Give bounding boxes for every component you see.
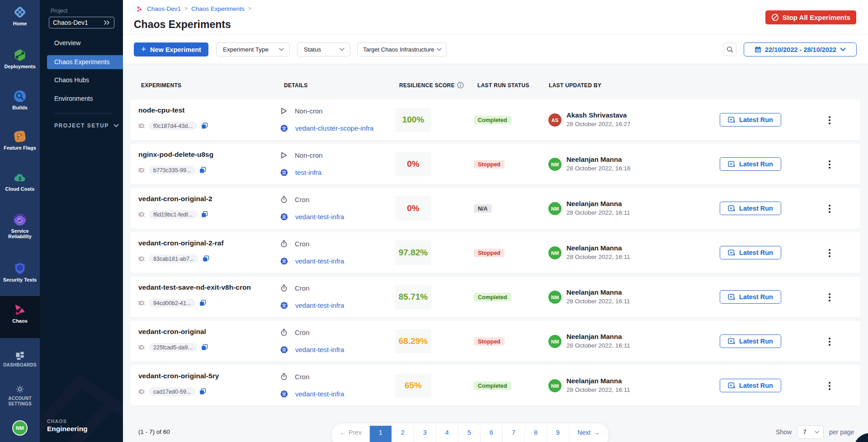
status-filter[interactable]: Status	[297, 42, 350, 56]
page-button-3[interactable]: 3	[414, 426, 436, 442]
latest-run-button[interactable]: Latest Run	[720, 334, 781, 348]
latest-run-button[interactable]: Latest Run	[720, 157, 781, 171]
row-menu-button[interactable]	[826, 336, 834, 348]
page-button-9[interactable]: 9	[547, 426, 569, 442]
sidebar-item-feature-flags[interactable]: Feature Flags	[0, 130, 40, 150]
new-experiment-button[interactable]: + New Experiment	[134, 42, 208, 56]
experiment-type-filter[interactable]: Experiment Type	[216, 42, 290, 56]
resilience-score: 65%	[395, 373, 431, 398]
row-menu-button[interactable]	[826, 203, 834, 215]
breadcrumb-page-link[interactable]: Chaos Experiments	[191, 5, 245, 12]
svg-text:$: $	[19, 176, 21, 181]
latest-run-button[interactable]: Latest Run	[720, 202, 781, 215]
copy-icon	[201, 344, 208, 351]
gear-icon	[15, 384, 25, 394]
copy-id-button[interactable]	[201, 344, 208, 351]
latest-run-button[interactable]: Latest Run	[720, 113, 781, 127]
row-menu-button[interactable]	[826, 247, 834, 259]
toolbar: + New Experiment Experiment Type Status …	[123, 35, 868, 64]
experiment-row[interactable]: vedant-cron-original ID: 225fcad5-da9...	[131, 321, 860, 362]
copy-id-button[interactable]	[199, 388, 206, 395]
page-button-8[interactable]: 8	[525, 426, 547, 442]
search-icon	[726, 46, 733, 53]
avatar: NM	[548, 379, 561, 392]
copy-id-button[interactable]	[201, 211, 208, 218]
infrastructure-link[interactable]: vedant-test-infra	[295, 390, 344, 398]
page-button-1[interactable]: 1	[370, 426, 392, 442]
sidebar-item-security-tests[interactable]: Security Tests	[0, 262, 40, 282]
infrastructure-link[interactable]: vedant-test-infra	[295, 213, 344, 221]
sidebar-item-environments[interactable]: Environments	[40, 92, 123, 106]
next-page-button[interactable]: Next →	[569, 426, 608, 442]
sidebar-item-service-reliability[interactable]: ServiceReliability	[0, 213, 40, 239]
experiment-row[interactable]: node-cpu-test ID: f0c187d4-43d...	[131, 99, 860, 140]
sidebar-item-account-settings[interactable]: ACCOUNTSETTINGS	[0, 384, 40, 407]
resilience-score: 97.82%	[395, 240, 431, 265]
sidebar-item-chaos-hubs[interactable]: Chaos Hubs	[40, 73, 123, 87]
user-avatar[interactable]: NM	[12, 420, 28, 436]
search-button[interactable]	[723, 42, 736, 56]
page-button-2[interactable]: 2	[392, 426, 414, 442]
row-menu-button[interactable]	[826, 380, 834, 392]
sidebar-item-chaos[interactable]: Chaos	[0, 303, 40, 324]
infrastructure-link[interactable]: test-infra	[295, 169, 321, 176]
page-button-5[interactable]: 5	[458, 426, 481, 442]
row-menu-button[interactable]	[826, 114, 834, 126]
resource-center-button[interactable]	[854, 433, 868, 442]
row-menu-button[interactable]	[826, 292, 834, 303]
copy-id-button[interactable]	[201, 122, 208, 129]
experiment-row[interactable]: vedant-cron-original-2-raf ID: 83cab181-…	[131, 232, 860, 273]
experiment-row[interactable]: vedant-cron-original-2 ID: f6d19bc1-fedf…	[131, 188, 860, 229]
sidebar-item-dashboards[interactable]: DASHBOARDS	[0, 351, 40, 368]
sidebar-item-builds[interactable]: Builds	[0, 89, 40, 110]
sidebar-item-chaos-experiments[interactable]: Chaos Experiments	[47, 55, 123, 69]
deployments-icon	[13, 48, 27, 62]
experiment-type: Cron	[280, 329, 310, 336]
page-title: Chaos Experiments	[134, 19, 231, 31]
sidebar-item-label: ACCOUNTSETTINGS	[0, 396, 40, 407]
latest-run-button[interactable]: Latest Run	[720, 290, 781, 304]
project-setup-section[interactable]: PROJECT SETUP	[54, 122, 119, 129]
column-header-resilience-score: RESILIENCE SCORE	[399, 82, 455, 89]
latest-run-button[interactable]: Latest Run	[720, 379, 781, 392]
sidebar-item-label: Builds	[0, 105, 40, 110]
stopwatch-icon	[280, 329, 288, 336]
date-range-picker[interactable]: 22/10/2022 - 28/10/2022	[744, 42, 857, 56]
infrastructure-link[interactable]: vedant-cluster-scope-infra	[295, 124, 373, 132]
kubernetes-icon	[280, 213, 288, 221]
sidebar-item-overview[interactable]: Overview	[40, 36, 123, 50]
resilience-score: 0%	[395, 196, 431, 221]
sidebar-item-deployments[interactable]: Deployments	[0, 48, 40, 69]
experiment-type: Cron	[280, 196, 310, 203]
sidebar-item-home[interactable]: Home	[0, 5, 40, 26]
experiment-row[interactable]: vedant-cron-original-5ry ID: cad17ed0-59…	[131, 365, 860, 406]
target-chaos-infrastructure-filter[interactable]: Target Chaos Infrastructure	[357, 42, 447, 56]
stop-all-experiments-button[interactable]: Stop All Experiments	[765, 10, 856, 24]
id-chip: b773c335-99...	[149, 166, 195, 174]
row-menu-button[interactable]	[826, 159, 834, 170]
infrastructure-link[interactable]: vedant-test-infra	[295, 257, 344, 265]
updated-at: 28 October 2022, 16:11	[566, 342, 630, 349]
prev-page-button[interactable]: ← Prev	[332, 426, 370, 442]
page-button-6[interactable]: 6	[481, 426, 503, 442]
project-selector[interactable]: Chaos-Dev1	[49, 17, 114, 28]
copy-id-button[interactable]	[199, 167, 206, 174]
page-button-4[interactable]: 4	[436, 426, 458, 442]
latest-run-button[interactable]: Latest Run	[720, 246, 781, 259]
page-button-7[interactable]: 7	[503, 426, 525, 442]
sidebar-item-cloud-costs[interactable]: $ Cloud Costs	[0, 171, 40, 192]
column-header-experiments: EXPERIMENTS	[141, 82, 181, 89]
experiment-row[interactable]: vedant-test-save-nd-exit-v8h-cron ID: 94…	[131, 277, 860, 317]
info-icon[interactable]	[457, 82, 464, 89]
experiment-row[interactable]: nginx-pod-delete-u8sg ID: b773c335-99...	[131, 144, 860, 184]
dashboards-icon	[15, 351, 25, 361]
page-size-select[interactable]: 7	[797, 425, 824, 439]
infrastructure-link[interactable]: vedant-test-infra	[295, 301, 344, 309]
id-chip: 225fcad5-da9...	[149, 343, 197, 352]
copy-id-button[interactable]	[199, 300, 206, 306]
copy-id-button[interactable]	[203, 255, 209, 262]
breadcrumb-project-link[interactable]: Chaos-Dev1	[147, 5, 181, 12]
avatar: NM	[548, 158, 561, 171]
infrastructure-link[interactable]: vedant-test-infra	[295, 346, 344, 353]
id-label: ID:	[138, 123, 146, 129]
